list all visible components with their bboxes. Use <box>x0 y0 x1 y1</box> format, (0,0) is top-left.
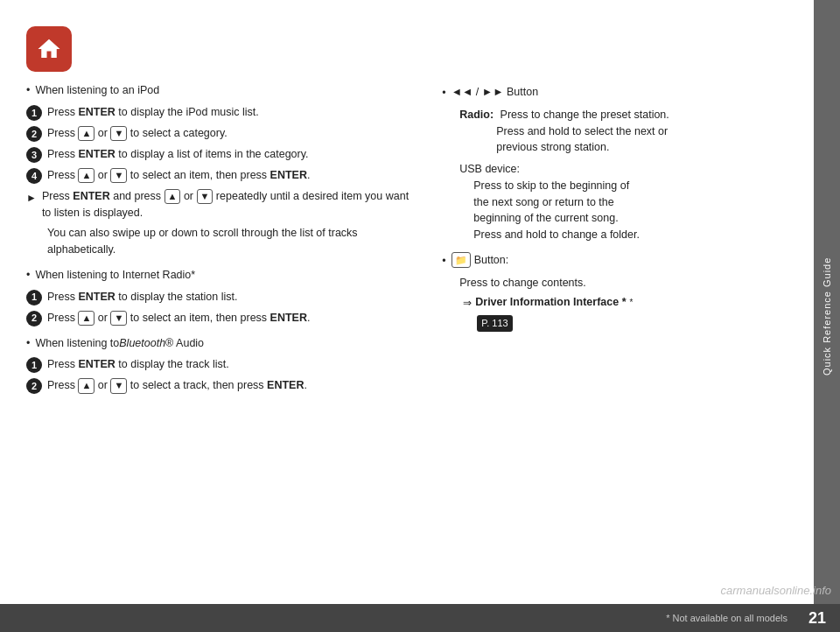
driver-info-text: Driver Information Interface * <box>475 294 626 311</box>
step-number-2: 2 <box>26 126 42 142</box>
step-number-3: 3 <box>26 147 42 163</box>
double-arrow-icon: ⇒ <box>463 295 472 311</box>
step-1-internet: 1 Press ENTER to display the station lis… <box>26 289 416 305</box>
usb-line1: Press to skip to the beginning of <box>459 179 629 192</box>
step-2-bluetooth: 2 Press ▲ or ▼ to select a track, then p… <box>26 377 416 394</box>
usb-line2: the next song or return to the <box>459 196 614 208</box>
sidebar-label: Quick Reference Guide <box>822 256 832 375</box>
folder-bullet: 📁 Button: <box>442 252 796 270</box>
usb-line4: Press and hold to change a folder. <box>459 228 640 241</box>
step-2-ipod: 2 Press ▲ or ▼ to select a category. <box>26 125 416 142</box>
footer-note: * Not available on all models <box>0 613 794 623</box>
ref-box-container: P. 113 <box>442 313 796 332</box>
footer-bar: * Not available on all models 21 <box>0 604 840 632</box>
left-column: When listening to an iPod 1 Press ENTER … <box>26 82 416 614</box>
step-number-1: 1 <box>26 105 42 121</box>
arrow-step-text: Press ENTER and press ▲ or ▼ repeatedly … <box>42 188 416 221</box>
step-3-ipod-text: Press ENTER to display a list of items i… <box>47 146 416 163</box>
step-2-internet: 2 Press ▲ or ▼ to select an item, then p… <box>26 310 416 327</box>
internet-heading: When listening to Internet Radio* <box>26 267 416 284</box>
folder-press-text: Press to change contents. <box>442 275 796 291</box>
radio-line2: Press and hold to select the next or <box>459 125 668 137</box>
step-2-ipod-text: Press ▲ or ▼ to select a category. <box>47 125 416 142</box>
prev-next-label: ◄◄ / ►► Button <box>452 84 539 101</box>
arrow-right-icon: ► <box>26 190 37 206</box>
step-number-2-internet: 2 <box>26 311 42 327</box>
radio-section: Radio: Press to change the preset statio… <box>442 107 796 156</box>
step-1-bluetooth-text: Press ENTER to display the track list. <box>47 356 416 373</box>
driver-info-line: ⇒ Driver Information Interface * * <box>442 294 796 311</box>
step-4-ipod-text: Press ▲ or ▼ to select an item, then pre… <box>47 167 416 184</box>
page-reference: P. 113 <box>477 315 512 332</box>
usb-line3: beginning of the current song. <box>459 212 618 224</box>
radio-label: Radio: <box>459 109 494 121</box>
step-1-ipod: 1 Press ENTER to display the iPod music … <box>26 104 416 121</box>
step-2-bluetooth-text: Press ▲ or ▼ to select a track, then pre… <box>47 377 416 394</box>
right-column: ◄◄ / ►► Button Radio: Press to change th… <box>442 82 796 614</box>
swipe-text: You can also swipe up or down to scroll … <box>26 225 416 258</box>
step-1-internet-text: Press ENTER to display the station list. <box>47 289 416 305</box>
arrow-step-ipod: ► Press ENTER and press ▲ or ▼ repeatedl… <box>26 188 416 221</box>
usb-section: USB device: Press to skip to the beginni… <box>442 161 796 243</box>
watermark: carmanualsonline.info <box>721 584 831 597</box>
step-number-4: 4 <box>26 168 42 184</box>
prev-next-bullet: ◄◄ / ►► Button <box>442 84 796 102</box>
step-2-internet-text: Press ▲ or ▼ to select an item, then pre… <box>47 310 416 327</box>
radio-line3: previous strong station. <box>459 141 609 153</box>
step-3-ipod: 3 Press ENTER to display a list of items… <box>26 146 416 163</box>
folder-button-label: Button: <box>474 252 509 269</box>
step-4-ipod: 4 Press ▲ or ▼ to select an item, then p… <box>26 167 416 184</box>
ipod-heading: When listening to an iPod <box>26 82 416 99</box>
home-icon <box>36 36 62 62</box>
usb-label: USB device: <box>459 163 520 175</box>
radio-line1: Press to change the preset station. <box>500 109 669 121</box>
step-number-1-internet: 1 <box>26 290 42 305</box>
asterisk: * <box>630 296 634 309</box>
sidebar: Quick Reference Guide <box>814 0 840 632</box>
bluetooth-heading: When listening to Bluetooth® Audio <box>26 335 416 352</box>
step-number-1-bluetooth: 1 <box>26 357 42 373</box>
step-1-bluetooth: 1 Press ENTER to display the track list. <box>26 356 416 373</box>
step-1-ipod-text: Press ENTER to display the iPod music li… <box>47 104 416 121</box>
folder-icon: 📁 <box>452 252 471 269</box>
step-number-2-bluetooth: 2 <box>26 378 42 394</box>
page-number: 21 <box>808 609 826 628</box>
home-icon-box <box>26 26 796 82</box>
